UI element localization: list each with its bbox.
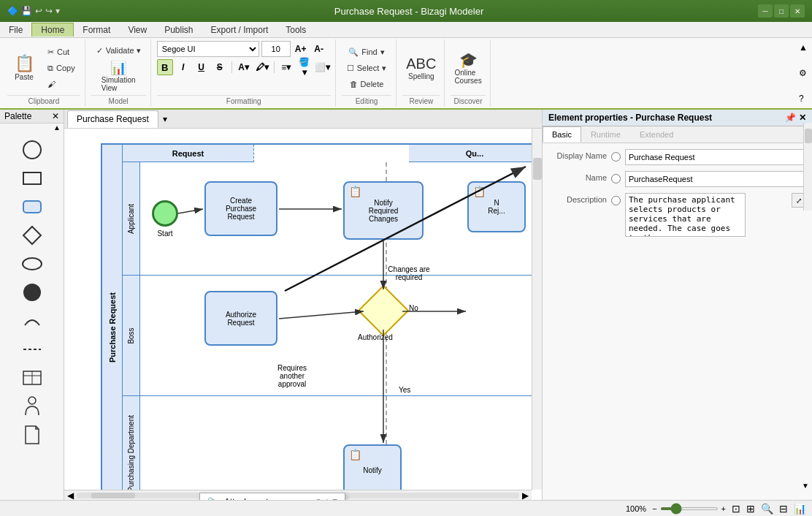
- palette-rounded-rect[interactable]: [19, 194, 45, 220]
- fit-page-icon[interactable]: ⊡: [732, 503, 740, 515]
- canvas-tab-purchase-request[interactable]: Purchase Request: [67, 110, 158, 128]
- maximize-button[interactable]: □: [774, 4, 789, 18]
- border-button[interactable]: ⬜▾: [315, 59, 331, 75]
- palette-scroll-up[interactable]: ▲: [52, 124, 62, 134]
- zoom-to-fit-icon[interactable]: 🔍: [761, 503, 773, 515]
- properties-pin-icon[interactable]: 📌: [785, 113, 796, 123]
- menu-format[interactable]: Format: [74, 23, 119, 37]
- vertical-scrollbar[interactable]: [532, 129, 542, 490]
- bold-button[interactable]: B: [157, 59, 173, 75]
- canvas-scroll[interactable]: ◀ ▶ Purchase Request Request Qu...: [64, 129, 542, 500]
- window-controls: ─ □ ✕: [758, 4, 805, 18]
- underline-button[interactable]: U: [194, 59, 210, 75]
- palette-filled-circle[interactable]: [19, 279, 45, 306]
- properties-scroll-thumb[interactable]: [805, 129, 812, 143]
- zoom-in-icon[interactable]: +: [721, 504, 726, 513]
- display-name-radio[interactable]: [611, 152, 621, 162]
- font-color-button[interactable]: A▾: [236, 59, 252, 75]
- menu-file[interactable]: File: [0, 23, 31, 37]
- authorize-request-task[interactable]: AuthorizeRequest: [204, 291, 277, 346]
- notify-changes-task[interactable]: 📋 NotifyRequiredChanges: [343, 181, 424, 240]
- prop-tab-runtime[interactable]: Runtime: [581, 126, 630, 143]
- menu-view[interactable]: View: [119, 23, 156, 37]
- palette-oval[interactable]: [19, 251, 45, 277]
- horizontal-scroll-thumb[interactable]: [91, 493, 135, 498]
- ribbon-settings-icon[interactable]: ⚙: [799, 68, 808, 78]
- find-button[interactable]: 🔍 Find ▾: [343, 45, 389, 59]
- delete-button[interactable]: 🗑 Delete: [345, 77, 389, 91]
- highlight-button[interactable]: 🖍▾: [254, 59, 270, 75]
- palette-diamond[interactable]: [19, 222, 45, 248]
- align-button[interactable]: ≡▾: [278, 59, 294, 75]
- simulation-view-button[interactable]: 📊 SimulationView: [96, 59, 140, 93]
- scroll-right-icon[interactable]: ▶: [519, 490, 532, 501]
- notify-bottom-task[interactable]: 📋 Notify: [343, 444, 402, 496]
- ribbon-collapse-icon[interactable]: ▲: [799, 42, 808, 53]
- paste-button[interactable]: 📋 Paste: [7, 48, 41, 88]
- zoom-out-icon[interactable]: −: [652, 504, 656, 513]
- authorized-label: Authorized: [358, 333, 393, 341]
- create-purchase-task[interactable]: CreatePurchaseRequest: [204, 181, 277, 236]
- spelling-button[interactable]: ABC Spelling: [402, 48, 440, 88]
- menu-tools[interactable]: Tools: [277, 23, 315, 37]
- copy-button[interactable]: ⧉ Copy: [42, 61, 80, 75]
- zoom-percentage: 100%: [626, 504, 646, 513]
- description-textarea[interactable]: The purchase applicant selects products …: [625, 193, 746, 237]
- strikethrough-button[interactable]: S: [212, 59, 228, 75]
- close-button[interactable]: ✕: [790, 4, 805, 18]
- canvas-tab-dropdown[interactable]: ▾: [163, 114, 167, 124]
- online-courses-button[interactable]: 🎓 OnlineCourses: [451, 48, 485, 88]
- format-copy-button[interactable]: 🖌: [42, 77, 80, 91]
- palette-document[interactable]: [19, 422, 45, 448]
- fill-button[interactable]: 🪣▾: [296, 59, 313, 75]
- zoom-slider[interactable]: [660, 507, 719, 510]
- menu-export-import[interactable]: Export / Import: [202, 23, 277, 37]
- diagram-canvas: Purchase Request Request Qu... Applicant…: [64, 129, 542, 500]
- properties-scrollbar[interactable]: [803, 123, 812, 210]
- column-header-quality: Qu...: [409, 145, 540, 162]
- swimlane-main-header: Purchase Request: [102, 145, 123, 500]
- name-radio[interactable]: [611, 174, 621, 183]
- view-toggle-icon[interactable]: ⊟: [779, 503, 788, 515]
- view-grid-icon[interactable]: ⊞: [746, 503, 755, 515]
- palette-rectangle[interactable]: [19, 165, 45, 191]
- properties-close-icon[interactable]: ✕: [799, 113, 806, 123]
- minimize-button[interactable]: ─: [758, 4, 773, 18]
- palette-scroll-down[interactable]: ▼: [800, 482, 811, 490]
- palette-dashed[interactable]: [19, 336, 45, 363]
- redo-icon[interactable]: ↪: [45, 6, 53, 16]
- app-icon: 🔷: [7, 6, 18, 16]
- scroll-left-icon[interactable]: ◀: [64, 490, 77, 501]
- font-grow-button[interactable]: A+: [293, 41, 309, 57]
- zoom-control: − +: [652, 504, 726, 513]
- vertical-scroll-thumb[interactable]: [533, 158, 542, 180]
- palette-close-icon[interactable]: ✕: [52, 111, 59, 121]
- menu-publish[interactable]: Publish: [156, 23, 202, 37]
- palette-header: Palette ✕: [0, 110, 64, 124]
- undo-icon[interactable]: ↩: [35, 6, 42, 16]
- start-event[interactable]: [152, 200, 178, 227]
- description-radio[interactable]: [611, 196, 621, 205]
- start-event-label: Start: [143, 229, 187, 238]
- font-size-input[interactable]: [261, 41, 291, 57]
- display-name-input[interactable]: [625, 149, 806, 165]
- ribbon-help-icon[interactable]: ?: [799, 94, 808, 104]
- prop-tab-extended[interactable]: Extended: [630, 126, 683, 143]
- font-shrink-button[interactable]: A-: [311, 41, 327, 57]
- italic-button[interactable]: I: [175, 59, 191, 75]
- select-button[interactable]: ☐ Select ▾: [342, 61, 392, 75]
- name-input[interactable]: [625, 171, 806, 187]
- n-rej-task[interactable]: 📋 NRej...: [467, 181, 526, 232]
- cut-button[interactable]: ✂ Cut: [42, 45, 80, 59]
- attachments-menu-item[interactable]: 📎 Attachments Ctrl+T: [200, 493, 345, 500]
- validate-button[interactable]: ✓ Validate ▾: [91, 43, 146, 58]
- prop-tab-basic[interactable]: Basic: [543, 126, 581, 143]
- menu-home[interactable]: Home: [31, 23, 74, 37]
- palette-circle[interactable]: [19, 137, 45, 163]
- palette-curve[interactable]: [19, 308, 45, 334]
- status-info-icon[interactable]: 📊: [794, 503, 806, 515]
- font-family-select[interactable]: Segoe UI: [157, 41, 259, 57]
- quick-save-icon[interactable]: 💾: [21, 6, 32, 16]
- palette-table[interactable]: [19, 365, 45, 391]
- palette-person[interactable]: [19, 393, 45, 420]
